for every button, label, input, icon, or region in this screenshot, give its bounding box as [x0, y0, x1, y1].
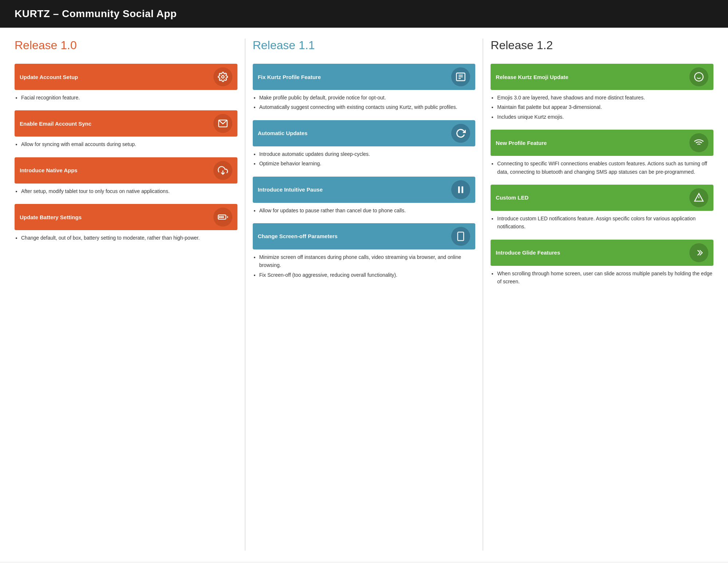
- feature-bullets-introduce-intuitive-pause: Allow for updates to pause rather than c…: [253, 206, 476, 214]
- feature-header-custom-led: Custom LED: [491, 185, 713, 211]
- download-icon: [213, 161, 232, 180]
- feature-header-enable-email-account-sync: Enable Email Account Sync: [15, 110, 237, 137]
- feature-title-introduce-intuitive-pause: Introduce Intuitive Pause: [258, 186, 323, 193]
- bullet-item: Make profile public by default, provide …: [259, 94, 476, 102]
- feature-header-update-battery-settings: Update Battery Settings: [15, 204, 237, 230]
- bullet-item: Allow for updates to pause rather than c…: [259, 206, 476, 214]
- profile-icon: [451, 67, 470, 86]
- svg-point-18: [694, 72, 703, 81]
- emoji-icon: [689, 67, 708, 86]
- feature-bullets-new-profile-feature: Connecting to specific WIFI connections …: [491, 160, 713, 176]
- bullet-item: Allow for syncing with email accounts du…: [21, 140, 237, 148]
- feature-header-automatic-updates: Automatic Updates: [253, 120, 476, 146]
- warning-icon: [689, 188, 708, 207]
- svg-rect-14: [458, 186, 460, 193]
- feature-block-enable-email-account-sync: Enable Email Account SyncAllow for synci…: [15, 110, 237, 148]
- bullet-item: Change default, out of box, battery sett…: [21, 234, 237, 242]
- bullet-item: Fix Screen-off (too aggressive, reducing…: [259, 271, 476, 279]
- feature-header-introduce-native-apps: Introduce Native Apps: [15, 157, 237, 184]
- feature-bullets-change-screen-off-parameters: Minimize screen off instances during pho…: [253, 253, 476, 279]
- feature-bullets-fix-kurtz-profile-feature: Make profile public by default, provide …: [253, 94, 476, 111]
- glide-icon: [689, 243, 708, 262]
- feature-header-introduce-intuitive-pause: Introduce Intuitive Pause: [253, 177, 476, 203]
- feature-block-automatic-updates: Automatic UpdatesIntroduce automatic upd…: [253, 120, 476, 168]
- feature-bullets-custom-led: Introduce custom LED notifications featu…: [491, 214, 713, 231]
- feature-block-fix-kurtz-profile-feature: Fix Kurtz Profile FeatureMake profile pu…: [253, 64, 476, 111]
- feature-block-release-kurtz-emoji-update: Release Kurtz Emoji UpdateEmojis 3.0 are…: [491, 64, 713, 121]
- wifi-icon: [689, 133, 708, 152]
- feature-title-release-kurtz-emoji-update: Release Kurtz Emoji Update: [496, 74, 568, 80]
- feature-header-update-account-setup: Update Account Setup: [15, 64, 237, 90]
- release-12-title: Release 1.2: [491, 39, 713, 55]
- svg-rect-15: [462, 186, 464, 193]
- bullet-item: Introduce automatic updates during sleep…: [259, 150, 476, 158]
- column-release-12: Release 1.2Release Kurtz Emoji UpdateEmo…: [483, 39, 721, 551]
- feature-header-release-kurtz-emoji-update: Release Kurtz Emoji Update: [491, 64, 713, 90]
- feature-bullets-update-battery-settings: Change default, out of box, battery sett…: [15, 234, 237, 242]
- feature-bullets-release-kurtz-emoji-update: Emojis 3.0 are layered, have shadows and…: [491, 94, 713, 121]
- feature-title-introduce-glide-features: Introduce Glide Features: [496, 249, 560, 256]
- feature-block-change-screen-off-parameters: Change Screen-off ParametersMinimize scr…: [253, 223, 476, 279]
- feature-bullets-update-account-setup: Facial recognition feature.: [15, 94, 237, 102]
- feature-bullets-enable-email-account-sync: Allow for syncing with email accounts du…: [15, 140, 237, 148]
- bullet-item: Automatically suggest connecting with ex…: [259, 103, 476, 111]
- svg-point-0: [221, 76, 224, 78]
- bullet-item: Emojis 3.0 are layered, have shadows and…: [497, 94, 713, 102]
- feature-bullets-automatic-updates: Introduce automatic updates during sleep…: [253, 150, 476, 168]
- release-11-title: Release 1.1: [253, 39, 476, 55]
- feature-header-introduce-glide-features: Introduce Glide Features: [491, 240, 713, 266]
- feature-header-fix-kurtz-profile-feature: Fix Kurtz Profile Feature: [253, 64, 476, 90]
- column-release-10: Release 1.0Update Account SetupFacial re…: [7, 39, 245, 551]
- email-icon: [213, 114, 232, 133]
- feature-block-update-battery-settings: Update Battery SettingsChange default, o…: [15, 204, 237, 242]
- app-title: KURTZ – Community Social App: [15, 8, 713, 20]
- bullet-item: Maintain flat palette but appear 3-dimen…: [497, 103, 713, 111]
- bullet-item: Optimize behavior learning.: [259, 160, 476, 168]
- bullet-item: When scrolling through home screen, user…: [497, 269, 713, 286]
- bullet-item: Facial recognition feature.: [21, 94, 237, 102]
- feature-title-introduce-native-apps: Introduce Native Apps: [20, 167, 78, 173]
- column-release-11: Release 1.1Fix Kurtz Profile FeatureMake…: [245, 39, 484, 551]
- battery-icon: [213, 208, 232, 227]
- bullet-item: Introduce custom LED notifications featu…: [497, 214, 713, 231]
- feature-header-change-screen-off-parameters: Change Screen-off Parameters: [253, 223, 476, 249]
- bullet-item: Includes unique Kurtz emojis.: [497, 113, 713, 121]
- refresh-icon: [451, 124, 470, 143]
- main-content: Release 1.0Update Account SetupFacial re…: [0, 28, 728, 562]
- feature-header-new-profile-feature: New Profile Feature: [491, 130, 713, 156]
- bullet-item: Connecting to specific WIFI connections …: [497, 160, 713, 176]
- feature-block-update-account-setup: Update Account SetupFacial recognition f…: [15, 64, 237, 102]
- bullet-item: Minimize screen off instances during pho…: [259, 253, 476, 269]
- svg-rect-16: [458, 232, 464, 240]
- feature-title-fix-kurtz-profile-feature: Fix Kurtz Profile Feature: [258, 74, 321, 80]
- bullet-item: After setup, modify tablet tour to only …: [21, 187, 237, 195]
- feature-title-automatic-updates: Automatic Updates: [258, 130, 308, 136]
- feature-title-enable-email-account-sync: Enable Email Account Sync: [20, 121, 91, 127]
- feature-block-introduce-glide-features: Introduce Glide FeaturesWhen scrolling t…: [491, 240, 713, 286]
- feature-block-new-profile-feature: New Profile FeatureConnecting to specifi…: [491, 130, 713, 176]
- feature-title-update-battery-settings: Update Battery Settings: [20, 214, 82, 220]
- release-10-title: Release 1.0: [15, 39, 237, 55]
- feature-bullets-introduce-glide-features: When scrolling through home screen, user…: [491, 269, 713, 286]
- header: KURTZ – Community Social App: [0, 0, 728, 28]
- feature-block-custom-led: Custom LEDIntroduce custom LED notificat…: [491, 185, 713, 231]
- gear-icon: [213, 67, 232, 86]
- feature-title-new-profile-feature: New Profile Feature: [496, 140, 547, 146]
- feature-title-change-screen-off-parameters: Change Screen-off Parameters: [258, 233, 338, 239]
- feature-title-update-account-setup: Update Account Setup: [20, 74, 78, 80]
- feature-block-introduce-intuitive-pause: Introduce Intuitive PauseAllow for updat…: [253, 177, 476, 214]
- feature-block-introduce-native-apps: Introduce Native AppsAfter setup, modify…: [15, 157, 237, 195]
- feature-bullets-introduce-native-apps: After setup, modify tablet tour to only …: [15, 187, 237, 195]
- phone-icon: [451, 227, 470, 246]
- feature-title-custom-led: Custom LED: [496, 194, 528, 201]
- pause-icon: [451, 180, 470, 199]
